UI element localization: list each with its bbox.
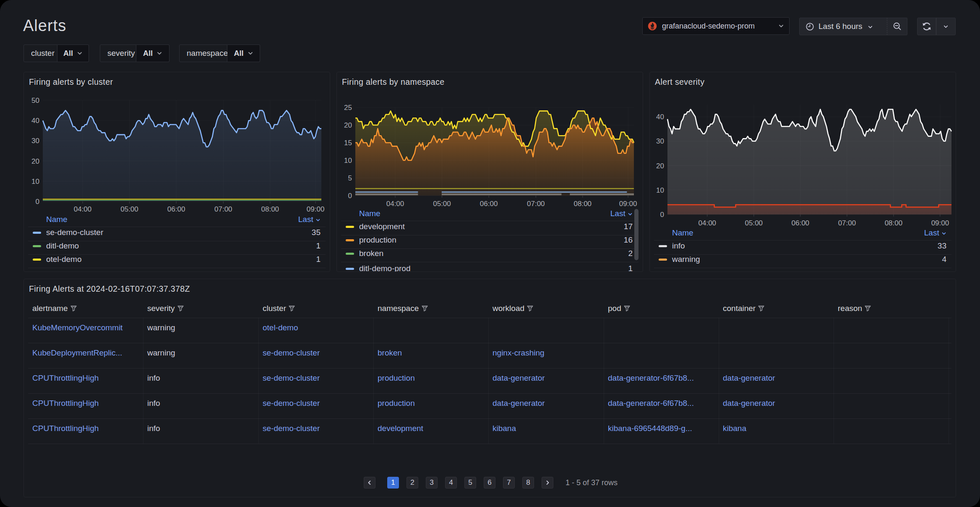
svg-text:0: 0	[660, 211, 664, 219]
svg-text:09:00: 09:00	[307, 205, 325, 213]
svg-text:05:00: 05:00	[433, 200, 451, 208]
svg-text:08:00: 08:00	[261, 205, 279, 213]
svg-text:5: 5	[348, 174, 352, 182]
svg-text:20: 20	[31, 157, 39, 165]
svg-text:40: 40	[656, 113, 664, 121]
svg-text:10: 10	[344, 157, 352, 165]
svg-text:07:00: 07:00	[527, 200, 545, 208]
svg-text:06:00: 06:00	[480, 200, 498, 208]
svg-text:10: 10	[656, 186, 664, 194]
svg-text:07:00: 07:00	[838, 219, 856, 227]
svg-text:50: 50	[31, 97, 39, 105]
svg-text:40: 40	[31, 117, 39, 125]
svg-text:04:00: 04:00	[699, 219, 717, 227]
svg-text:09:00: 09:00	[931, 219, 949, 227]
svg-text:05:00: 05:00	[745, 219, 763, 227]
svg-text:25: 25	[344, 104, 352, 112]
svg-text:07:00: 07:00	[214, 205, 232, 213]
svg-text:10: 10	[31, 178, 39, 186]
svg-text:05:00: 05:00	[120, 205, 138, 213]
svg-text:0: 0	[348, 192, 352, 200]
svg-text:30: 30	[656, 137, 664, 145]
svg-text:20: 20	[344, 121, 352, 129]
svg-text:04:00: 04:00	[74, 205, 92, 213]
svg-text:0: 0	[36, 198, 39, 206]
svg-text:08:00: 08:00	[574, 200, 592, 208]
svg-text:06:00: 06:00	[167, 205, 185, 213]
svg-text:20: 20	[656, 162, 664, 170]
svg-text:09:00: 09:00	[619, 200, 637, 208]
svg-text:06:00: 06:00	[792, 219, 810, 227]
svg-text:08:00: 08:00	[885, 219, 903, 227]
svg-text:04:00: 04:00	[386, 200, 404, 208]
svg-text:30: 30	[31, 137, 39, 145]
svg-text:15: 15	[344, 139, 352, 147]
